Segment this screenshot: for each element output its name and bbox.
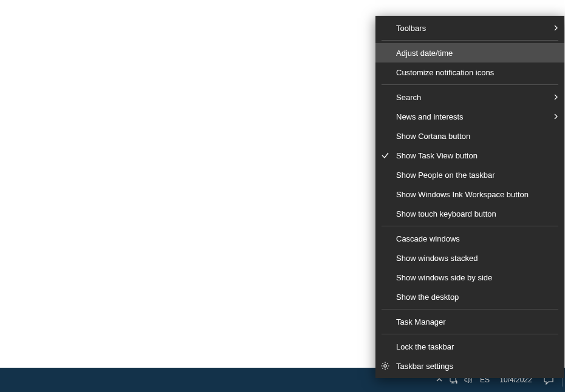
- menu-item-task-manager[interactable]: Task Manager: [375, 312, 564, 331]
- menu-item-show-the-desktop[interactable]: Show the desktop: [375, 287, 564, 306]
- menu-item-lock-the-taskbar[interactable]: Lock the taskbar: [375, 337, 564, 356]
- menu-item-taskbar-settings[interactable]: Taskbar settings: [375, 356, 564, 376]
- menu-item-search[interactable]: Search: [375, 87, 564, 107]
- menu-separator: [382, 334, 558, 334]
- menu-item-show-touch-keyboard-button[interactable]: Show touch keyboard button: [375, 204, 564, 223]
- svg-rect-0: [450, 377, 456, 382]
- gear-icon: [380, 361, 390, 371]
- menu-item-label: Show Task View button: [396, 151, 478, 160]
- chevron-right-icon: [553, 94, 558, 100]
- menu-item-show-task-view-button[interactable]: Show Task View button: [375, 146, 564, 165]
- menu-item-show-windows-stacked[interactable]: Show windows stacked: [375, 248, 564, 268]
- menu-item-adjust-date-time[interactable]: Adjust date/time: [375, 43, 564, 63]
- svg-point-1: [384, 365, 386, 367]
- menu-item-label: Taskbar settings: [396, 362, 453, 371]
- menu-separator: [382, 226, 558, 226]
- menu-item-label: Show Cortana button: [396, 132, 470, 141]
- menu-item-label: Show Windows Ink Workspace button: [396, 190, 529, 199]
- menu-item-toolbars[interactable]: Toolbars: [375, 18, 564, 38]
- chevron-right-icon: [553, 113, 558, 120]
- menu-item-label: Show windows stacked: [396, 254, 478, 263]
- menu-item-label: Toolbars: [396, 24, 426, 33]
- taskbar-context-menu: ToolbarsAdjust date/timeCustomize notifi…: [375, 16, 564, 378]
- chevron-right-icon: [553, 25, 558, 31]
- menu-item-label: Task Manager: [396, 317, 446, 326]
- menu-item-label: News and interests: [396, 112, 464, 121]
- menu-separator: [382, 309, 558, 309]
- menu-item-show-cortana-button[interactable]: Show Cortana button: [375, 126, 564, 146]
- menu-item-label: Search: [396, 93, 421, 102]
- menu-item-label: Show windows side by side: [396, 273, 492, 282]
- menu-item-show-windows-ink-workspace-button[interactable]: Show Windows Ink Workspace button: [375, 184, 564, 204]
- menu-item-cascade-windows[interactable]: Cascade windows: [375, 229, 564, 248]
- menu-item-show-windows-side-by-side[interactable]: Show windows side by side: [375, 268, 564, 287]
- menu-separator: [382, 40, 558, 41]
- menu-item-label: Show touch keyboard button: [396, 209, 496, 218]
- check-icon: [381, 151, 389, 160]
- menu-item-label: Cascade windows: [396, 234, 460, 243]
- menu-separator: [382, 84, 558, 85]
- menu-item-label: Lock the taskbar: [396, 342, 454, 351]
- menu-item-label: Customize notification icons: [396, 68, 494, 77]
- menu-item-news-and-interests[interactable]: News and interests: [375, 107, 564, 126]
- menu-item-label: Show People on the taskbar: [396, 171, 495, 180]
- menu-item-label: Adjust date/time: [396, 49, 453, 58]
- menu-item-label: Show the desktop: [396, 292, 459, 302]
- menu-item-customize-notification-icons[interactable]: Customize notification icons: [375, 63, 564, 82]
- menu-item-show-people-on-the-taskbar[interactable]: Show People on the taskbar: [375, 165, 564, 184]
